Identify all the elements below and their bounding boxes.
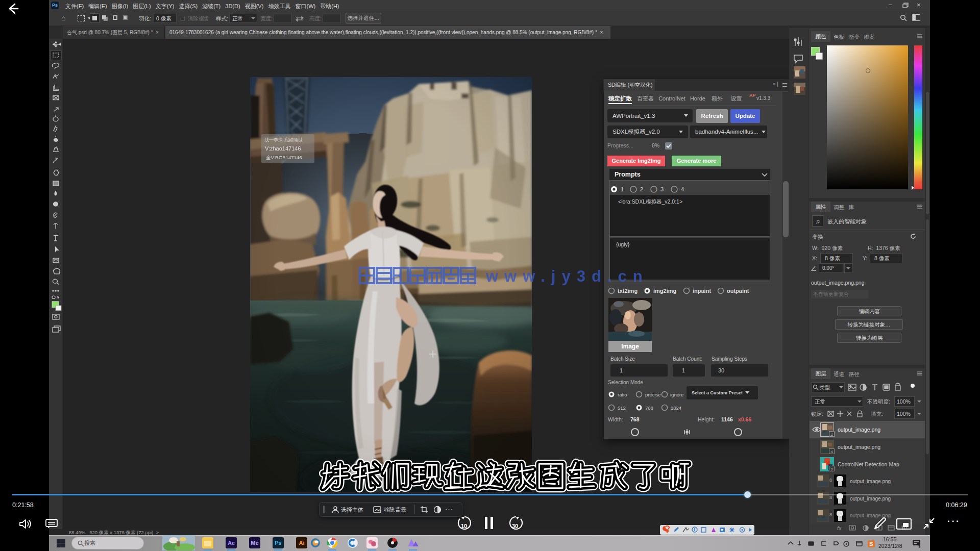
svg-text:www.jy3d.cn: www.jy3d.cn (485, 267, 643, 285)
